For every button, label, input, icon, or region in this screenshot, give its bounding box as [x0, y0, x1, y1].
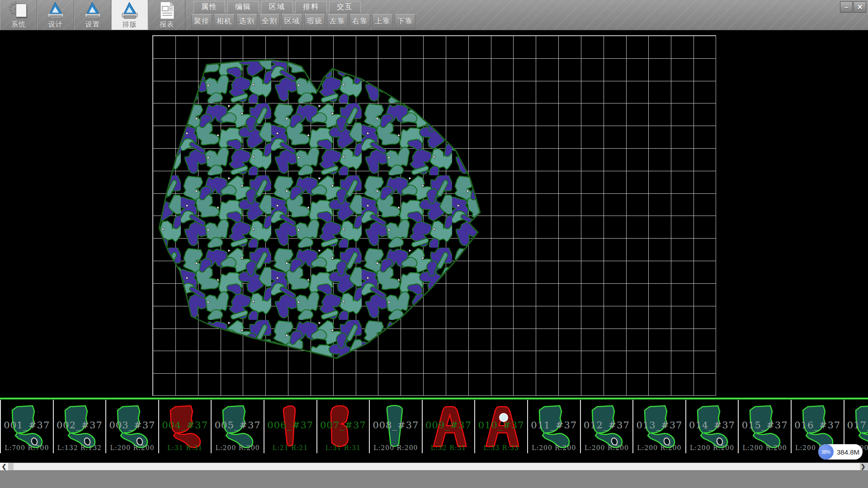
- tool-button-align-bottom[interactable]: 下靠: [395, 14, 415, 29]
- menu-button-region[interactable]: 区域: [261, 1, 293, 13]
- gear-notebook-icon: ⚙: [9, 1, 28, 20]
- part-label: 008_#37: [370, 420, 422, 431]
- main-button-label: 报表: [160, 20, 174, 29]
- scroll-right-arrow[interactable]: ❯: [859, 463, 867, 470]
- progress-badge[interactable]: 38% 384.8M: [818, 444, 863, 460]
- nesting-canvas[interactable]: [0, 31, 868, 398]
- part-thumbnail[interactable]: 008_#37 L:200 R:200: [370, 400, 423, 453]
- part-thumbnail[interactable]: 011_#37 L:200 R:200: [528, 400, 581, 453]
- part-thumbnail[interactable]: 003_#37 L:200 R:200: [106, 400, 159, 453]
- part-thumbnail[interactable]: 012_#37 L:200 R:200: [581, 400, 634, 453]
- part-counts: L:200 R:200: [212, 444, 264, 451]
- thumbnail-strip[interactable]: 001_#37 L:700 R:700 002_#37 L:132 R:132 …: [0, 400, 868, 453]
- menu-button-nest[interactable]: 排料: [295, 1, 327, 13]
- main-button-label: 系统: [11, 20, 26, 29]
- part-counts: L:200 R:200: [739, 444, 791, 451]
- main-button-nesting[interactable]: 排版: [111, 0, 148, 30]
- part-thumbnail[interactable]: 006_#37 L:21 R:21: [264, 400, 317, 453]
- part-label: 017_#37: [844, 420, 868, 431]
- part-counts: L:700 R:700: [1, 444, 53, 451]
- scroll-left-arrow[interactable]: ❮: [0, 463, 8, 470]
- scrollbar-thumb[interactable]: [14, 463, 860, 470]
- progress-percent: 38%: [818, 444, 834, 460]
- tool-button-cut-all[interactable]: 全割: [259, 14, 280, 29]
- tool-button-align-top[interactable]: 上靠: [372, 14, 393, 29]
- part-label: 003_#37: [106, 420, 158, 431]
- part-counts: L:200 R:200: [686, 444, 738, 451]
- part-label: 013_#37: [633, 420, 685, 431]
- part-counts: L:200 R:200: [528, 444, 580, 451]
- part-counts: L:33 R:33: [475, 444, 527, 451]
- status-bar: [0, 470, 868, 488]
- part-label: 012_#37: [581, 420, 633, 431]
- part-label: 001_#37: [1, 420, 53, 431]
- minimize-button[interactable]: –: [840, 1, 853, 13]
- part-counts: L:200 R:200: [106, 444, 158, 451]
- part-label: 011_#37: [528, 420, 580, 431]
- part-counts: L:200 R:200: [633, 444, 685, 451]
- part-thumbnail[interactable]: 015_#37 L:200 R:200: [739, 400, 792, 453]
- tool-button-cluster-nest[interactable]: 聚排: [191, 14, 212, 29]
- main-button-system[interactable]: ⚙ 系统: [0, 0, 37, 30]
- part-label: 009_#37: [423, 420, 475, 431]
- part-label: 015_#37: [739, 420, 791, 431]
- part-label: 005_#37: [212, 420, 264, 431]
- tool-button-select-cut[interactable]: 选割: [236, 14, 257, 29]
- main-button-label: 排版: [123, 20, 137, 29]
- part-label: 010_#37: [475, 420, 527, 431]
- tool-row: 聚排 相机 选割 全割 区域 瑕疵 左靠 右靠 上靠 下靠: [191, 14, 417, 29]
- tool-button-align-left[interactable]: 左靠: [327, 14, 348, 29]
- part-counts: L:200 R:200: [370, 444, 422, 451]
- part-thumbnail[interactable]: 002_#37 L:132 R:132: [54, 400, 107, 453]
- notepad-icon: [16, 4, 27, 17]
- toolbar: ⚙ 系统 设计: [0, 0, 868, 30]
- strip-lower-gap: [0, 453, 868, 463]
- part-counts: L:132 R:132: [54, 444, 106, 451]
- menu-button-interact[interactable]: 交互: [329, 1, 361, 13]
- part-thumbnail[interactable]: 014_#37 L:200 R:200: [686, 400, 739, 453]
- main-button-label: 设置: [85, 20, 100, 29]
- close-button[interactable]: ✕: [854, 1, 866, 13]
- part-label: 006_#37: [264, 420, 316, 431]
- part-thumbnail[interactable]: 007_#37 L:31 R:31: [317, 400, 370, 453]
- part-label: 004_#37: [159, 420, 211, 431]
- tool-button-align-right[interactable]: 右靠: [349, 14, 370, 29]
- part-label: 014_#37: [686, 420, 738, 431]
- ruler-icon: [83, 1, 103, 20]
- hide-outline[interactable]: [159, 60, 480, 358]
- part-counts: L:31 R:31: [317, 444, 369, 451]
- part-thumbnail[interactable]: 013_#37 L:200 R:200: [633, 400, 686, 453]
- main-button-report[interactable]: 报表: [148, 0, 185, 30]
- part-thumbnail[interactable]: 009_#37 L:32 R:31: [423, 400, 476, 453]
- ruler-icon: [46, 1, 66, 20]
- part-thumbnail[interactable]: 001_#37 L:700 R:700: [1, 400, 54, 453]
- ruler-icon: [120, 1, 140, 20]
- main-button-design[interactable]: 设计: [37, 0, 74, 30]
- part-counts: L:32 R:31: [423, 444, 475, 451]
- report-icon: [157, 1, 177, 20]
- part-label: 002_#37: [54, 420, 106, 431]
- part-counts: L:31 R:31: [159, 444, 211, 451]
- menu-button-edit[interactable]: 编辑: [227, 1, 259, 13]
- tool-button-camera[interactable]: 相机: [214, 14, 235, 29]
- menu-row: 属性 编辑 区域 排料 交互: [193, 1, 363, 13]
- part-counts: L:200 R:200: [581, 444, 633, 451]
- memory-size: 384.8M: [837, 448, 859, 456]
- tool-button-defect[interactable]: 瑕疵: [304, 14, 325, 29]
- main-button-label: 设计: [48, 20, 63, 29]
- app-window: { "window": { "minimize_glyph": "–", "cl…: [0, 0, 868, 488]
- part-thumbnail[interactable]: 004_#37 L:31 R:31: [159, 400, 212, 453]
- main-button-settings[interactable]: 设置: [74, 0, 111, 30]
- tool-button-region[interactable]: 区域: [282, 14, 302, 29]
- part-thumbnail[interactable]: 010_#37 L:33 R:33: [475, 400, 528, 453]
- nested-hide[interactable]: [0, 31, 868, 398]
- part-label: 016_#37: [792, 420, 844, 431]
- canvas-separator-line: [0, 398, 868, 399]
- menu-button-properties[interactable]: 属性: [193, 1, 225, 13]
- horizontal-scrollbar[interactable]: ❮ ❯: [0, 463, 868, 470]
- part-counts: L:21 R:21: [264, 444, 316, 451]
- main-button-group: ⚙ 系统 设计: [0, 0, 185, 30]
- part-label: 007_#37: [317, 420, 369, 431]
- part-thumbnail[interactable]: 005_#37 L:200 R:200: [212, 400, 264, 453]
